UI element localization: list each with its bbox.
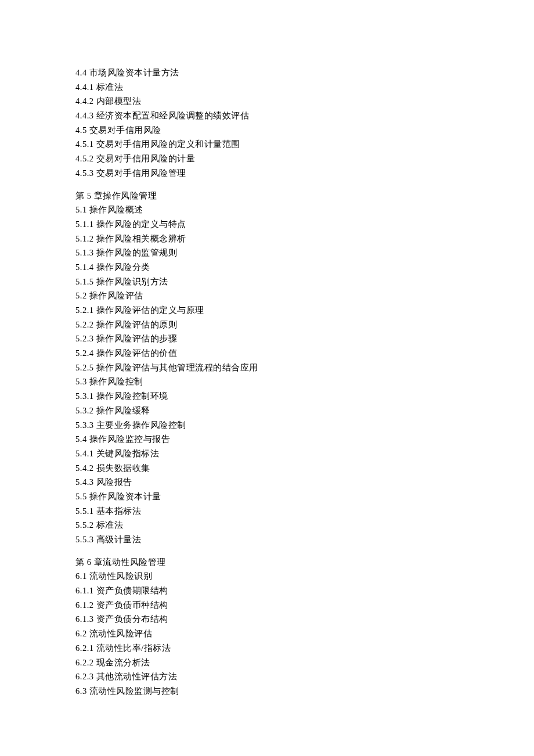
toc-line: 5.3 操作风险控制 <box>75 377 534 386</box>
toc-line: 5.4.3 风险报告 <box>75 478 534 487</box>
toc-line: 4.5.1 交易对手信用风险的定义和计量范围 <box>75 140 534 149</box>
toc-line: 4.5.3 交易对手信用风险管理 <box>75 169 534 178</box>
toc-line: 4.4.2 内部模型法 <box>75 97 534 106</box>
toc-line: 6.2 流动性风险评估 <box>75 629 534 638</box>
toc-line: 4.4 市场风险资本计量方法 <box>75 69 534 77</box>
toc-line: 5.1.2 操作风险相关概念辨析 <box>75 235 534 243</box>
toc-line: 5.2.3 操作风险评估的步骤 <box>75 334 534 343</box>
toc-line: 5.4 操作风险监控与报告 <box>75 435 534 444</box>
toc-line: 6.2.1 流动性比率/指标法 <box>75 644 534 653</box>
toc-line: 6.2.3 其他流动性评估方法 <box>75 672 534 681</box>
toc-line: 5.1.3 操作风险的监管规则 <box>75 249 534 257</box>
toc-line: 5.2 操作风险评估 <box>75 291 534 300</box>
toc-line: 5.1 操作风险概述 <box>75 206 534 214</box>
document-page: 4.4 市场风险资本计量方法 4.4.1 标准法 4.4.2 内部模型法 4.4… <box>0 0 534 695</box>
section-gap <box>75 183 534 192</box>
toc-line: 5.1.1 操作风险的定义与特点 <box>75 220 534 229</box>
toc-line: 5.4.2 损失数据收集 <box>75 464 534 473</box>
toc-line: 5.5.3 高级计量法 <box>75 535 534 544</box>
toc-line: 6.1.3 资产负债分布结构 <box>75 615 534 624</box>
toc-line: 5.4.1 关键风险指标法 <box>75 449 534 458</box>
toc-line: 5.5 操作风险资本计量 <box>75 492 534 501</box>
toc-line: 5.1.5 操作风险识别方法 <box>75 278 534 286</box>
toc-line: 5.2.5 操作风险评估与其他管理流程的结合应用 <box>75 363 534 372</box>
toc-line: 4.4.3 经济资本配置和经风险调整的绩效评估 <box>75 111 534 120</box>
toc-line: 4.5.2 交易对手信用风险的计量 <box>75 154 534 163</box>
toc-line: 6.2.2 现金流分析法 <box>75 658 534 667</box>
toc-line: 5.3.1 操作风险控制环境 <box>75 392 534 401</box>
toc-line: 5.2.2 操作风险评估的原则 <box>75 321 534 329</box>
toc-line: 6.3 流动性风险监测与控制 <box>75 687 534 696</box>
toc-chapter-heading: 第 5 章操作风险管理 <box>75 192 534 200</box>
toc-chapter-heading: 第 6 章流动性风险管理 <box>75 558 534 567</box>
toc-line: 4.5 交易对手信用风险 <box>75 126 534 135</box>
toc-line: 5.2.4 操作风险评估的价值 <box>75 349 534 358</box>
toc-line: 5.3.3 主要业务操作风险控制 <box>75 421 534 430</box>
toc-line: 6.1 流动性风险识别 <box>75 572 534 581</box>
toc-line: 5.5.2 标准法 <box>75 521 534 530</box>
toc-line: 5.2.1 操作风险评估的定义与原理 <box>75 306 534 315</box>
toc-line: 5.1.4 操作风险分类 <box>75 263 534 272</box>
toc-line: 5.3.2 操作风险缓释 <box>75 406 534 415</box>
toc-line: 4.4.1 标准法 <box>75 83 534 92</box>
toc-line: 6.1.2 资产负债币种结构 <box>75 601 534 610</box>
section-gap <box>75 550 534 558</box>
toc-line: 6.1.1 资产负债期限结构 <box>75 586 534 595</box>
toc-line: 5.5.1 基本指标法 <box>75 507 534 516</box>
